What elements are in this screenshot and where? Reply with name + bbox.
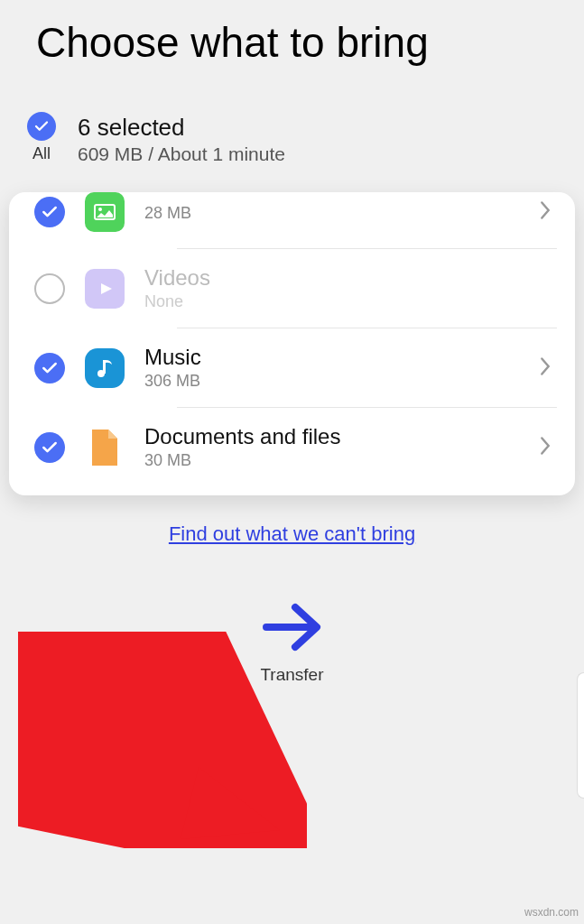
images-icon xyxy=(85,192,125,232)
items-card: 28 MB Videos None Music 306 MB xyxy=(9,192,575,495)
svg-rect-4 xyxy=(103,360,106,374)
videos-icon xyxy=(85,269,125,309)
item-sub: 30 MB xyxy=(144,451,515,470)
summary-text: 6 selected 609 MB / About 1 minute xyxy=(78,112,285,165)
music-icon xyxy=(85,348,125,388)
item-sub: 28 MB xyxy=(144,204,515,223)
transfer-button[interactable]: Transfer xyxy=(0,600,584,685)
page-title: Choose what to bring xyxy=(36,18,548,67)
checkbox[interactable] xyxy=(34,197,65,227)
size-time: 609 MB / About 1 minute xyxy=(78,143,285,165)
arrow-right-icon xyxy=(261,600,324,658)
list-item[interactable]: 28 MB xyxy=(9,192,575,248)
item-sub: 306 MB xyxy=(144,372,515,391)
find-out-link[interactable]: Find out what we can't bring xyxy=(169,522,415,545)
chevron-right-icon xyxy=(535,436,555,459)
item-title: Documents and files xyxy=(144,424,515,449)
list-item[interactable]: Documents and files 30 MB xyxy=(9,408,575,486)
edge-panel-handle[interactable] xyxy=(577,672,584,799)
select-all[interactable]: All xyxy=(27,112,56,163)
item-sub: None xyxy=(144,292,555,311)
check-icon xyxy=(27,112,56,141)
list-item[interactable]: Videos None xyxy=(9,249,575,328)
list-item[interactable]: Music 306 MB xyxy=(9,328,575,407)
selected-count: 6 selected xyxy=(78,114,285,142)
summary-row: All 6 selected 609 MB / About 1 minute xyxy=(0,103,584,192)
select-all-label: All xyxy=(32,144,51,163)
checkbox[interactable] xyxy=(34,273,65,304)
watermark: wsxdn.com xyxy=(524,906,579,919)
checkbox[interactable] xyxy=(34,353,65,383)
chevron-right-icon xyxy=(535,200,555,224)
checkbox[interactable] xyxy=(34,432,65,463)
item-title: Music xyxy=(144,345,515,370)
item-title: Videos xyxy=(144,265,555,291)
svg-point-2 xyxy=(98,208,102,211)
chevron-right-icon xyxy=(535,356,555,380)
transfer-label: Transfer xyxy=(260,665,323,685)
document-icon xyxy=(85,428,125,467)
